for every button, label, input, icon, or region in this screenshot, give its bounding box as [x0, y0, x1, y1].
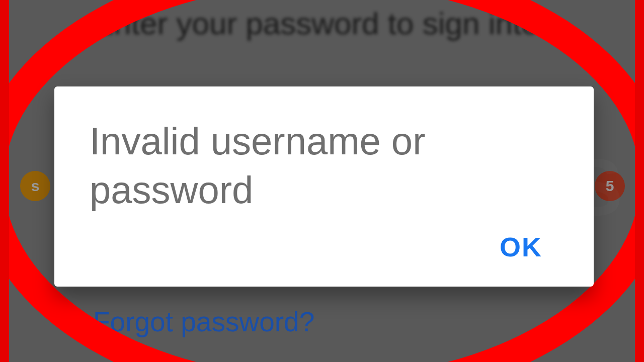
error-dialog: Invalid username or password OK — [54, 86, 594, 287]
screenshot-stage: Continue as SamEer Khan Enter your passw… — [0, 0, 644, 362]
error-dialog-actions: OK — [90, 226, 558, 272]
forgot-password-link[interactable]: Forgot password? — [93, 306, 314, 338]
error-dialog-message: Invalid username or password — [90, 117, 558, 215]
frame-border-left — [0, 0, 9, 362]
ok-button[interactable]: OK — [491, 226, 551, 267]
frame-border-right — [635, 0, 644, 362]
